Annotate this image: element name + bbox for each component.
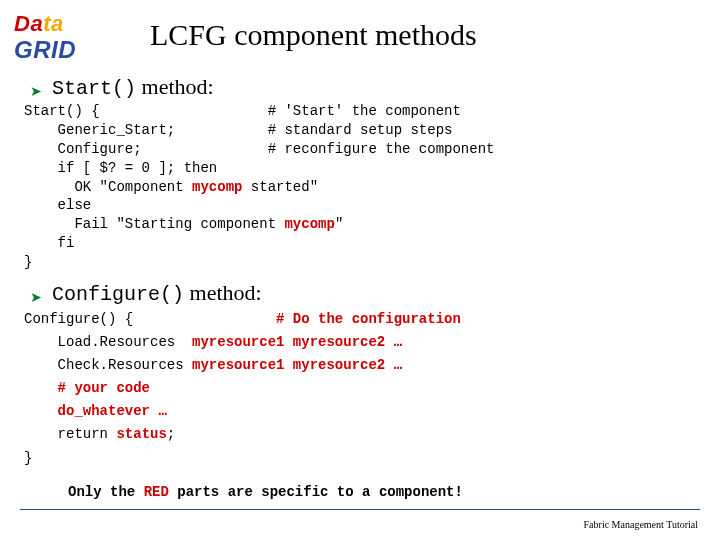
code-line: Load.Resources — [24, 334, 192, 350]
code-red: # your code — [58, 380, 150, 396]
closing-note: Only the RED parts are specific to a com… — [68, 484, 700, 500]
code-line: Generic_Start; # standard setup steps — [24, 122, 452, 138]
slide: Data GRID LCFG component methods ➤ Start… — [0, 0, 720, 540]
chevron-right-icon: ➤ — [30, 289, 42, 306]
bullet-label: Configure() method: — [52, 280, 262, 306]
logo-ta: ta — [43, 11, 64, 36]
code-line: else — [24, 197, 91, 213]
code-line: started" — [242, 179, 318, 195]
logo-data-word: Data — [14, 14, 100, 34]
bullet-rest: method: — [184, 280, 262, 305]
closing-a: Only the — [68, 484, 144, 500]
code-line: return — [24, 426, 116, 442]
logo-grid-word: GRID — [14, 36, 100, 64]
code-line: fi — [24, 235, 74, 251]
bullet-start-method: ➤ Start() method: — [30, 74, 700, 100]
code-line — [24, 380, 58, 396]
code-red: myresource1 myresource2 … — [192, 334, 402, 350]
closing-red: RED — [144, 484, 169, 500]
code-line: Configure; # reconfigure the component — [24, 141, 494, 157]
code-line: OK "Component — [24, 179, 192, 195]
code-red: myresource1 myresource2 … — [192, 357, 402, 373]
code-line: if [ $? = 0 ]; then — [24, 160, 217, 176]
bullet-code: Start() — [52, 77, 136, 100]
code-line: Check.Resources — [24, 357, 192, 373]
closing-c: parts are specific to a component! — [169, 484, 463, 500]
code-red: # Do the configuration — [276, 311, 461, 327]
code-line: Fail "Starting component — [24, 216, 284, 232]
code-red: mycomp — [192, 179, 242, 195]
footer-divider — [20, 509, 700, 510]
code-line: } — [24, 254, 32, 270]
code-line: ; — [167, 426, 175, 442]
code-line: Start() { # 'Start' the component — [24, 103, 461, 119]
bullet-rest: method: — [136, 74, 214, 99]
slide-content: ➤ Start() method: Start() { # 'Start' th… — [24, 72, 700, 500]
bullet-label: Start() method: — [52, 74, 214, 100]
code-line: } — [24, 450, 32, 466]
code-block-configure: Configure() { # Do the configuration Loa… — [24, 308, 700, 470]
slide-title: LCFG component methods — [150, 18, 477, 52]
datagrid-logo: Data GRID — [14, 14, 100, 62]
code-line — [24, 403, 58, 419]
logo-da: Da — [14, 11, 43, 36]
code-line: Configure() { — [24, 311, 276, 327]
code-red: do_whatever … — [58, 403, 167, 419]
code-block-start: Start() { # 'Start' the component Generi… — [24, 102, 700, 272]
bullet-code: Configure() — [52, 283, 184, 306]
bullet-configure-method: ➤ Configure() method: — [30, 280, 700, 306]
chevron-right-icon: ➤ — [30, 83, 42, 100]
code-line: " — [335, 216, 343, 232]
code-red: mycomp — [284, 216, 334, 232]
code-red: status — [116, 426, 166, 442]
footer-text: Fabric Management Tutorial — [584, 519, 698, 530]
